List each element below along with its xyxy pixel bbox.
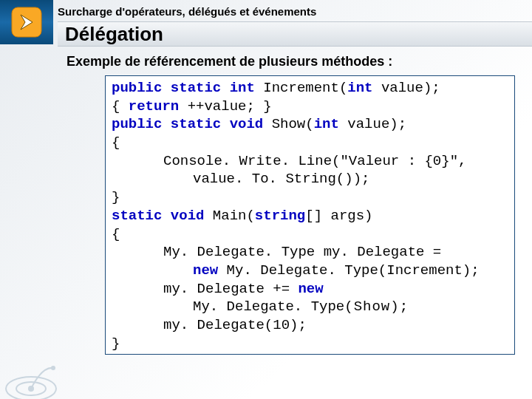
kw: int (347, 80, 372, 96)
kw: int (230, 80, 255, 96)
code-text: value); (339, 116, 406, 132)
code-text: My. Delegate. Type(Increment); (218, 262, 479, 279)
code-text: value); (373, 80, 440, 96)
code-text: Show( (263, 116, 313, 132)
code-text: } (112, 189, 120, 205)
kw: new (298, 281, 323, 297)
kw: public (112, 80, 162, 96)
kw: static (171, 80, 221, 96)
code-text: (Show) (344, 299, 399, 315)
code-text: { (112, 98, 129, 115)
svg-point-4 (51, 366, 55, 370)
kw: void (230, 116, 264, 132)
kw: new (193, 262, 218, 279)
kw: return (129, 98, 179, 115)
code-text: My. Delegate. Type (193, 299, 344, 315)
code-text: ; (400, 299, 411, 315)
code-text: { (112, 226, 120, 242)
content-area: Exemple de référencement de plusieurs mé… (58, 47, 532, 355)
logo-box (0, 0, 53, 44)
code-text: Increment( (255, 80, 347, 96)
kw: void (171, 208, 205, 224)
code-text: [] args) (305, 208, 372, 224)
kw: int (314, 116, 339, 132)
kw: static (112, 208, 162, 224)
header-subtitle: Surcharge d'opérateurs, délégués et évén… (58, 4, 316, 18)
watermark-icon (1, 359, 61, 399)
arrow-right-icon (10, 6, 43, 38)
page-title: Délégation (65, 23, 163, 46)
header-top: Surcharge d'opérateurs, délégués et évén… (0, 0, 532, 21)
code-text: my. Delegate += (163, 281, 298, 297)
code-text: } (112, 335, 120, 352)
code-block: public static int Increment(int value); … (105, 75, 515, 355)
kw: static (171, 116, 221, 132)
kw: string (255, 208, 305, 224)
code-text: Console. Write. Line("Valeur : {0}", (112, 152, 466, 171)
kw: public (112, 116, 162, 132)
code-text: value. To. String()); (112, 170, 369, 188)
code-text: { (112, 134, 120, 151)
code-text: ++value; } (179, 98, 271, 115)
code-text: my. Delegate(10); (112, 316, 307, 335)
code-text: My. Delegate. Type my. Delegate = (112, 243, 441, 262)
title-bar: Délégation (58, 21, 532, 47)
example-label: Exemple de référencement de plusieurs mé… (66, 54, 523, 69)
code-text: Main( (204, 208, 254, 224)
